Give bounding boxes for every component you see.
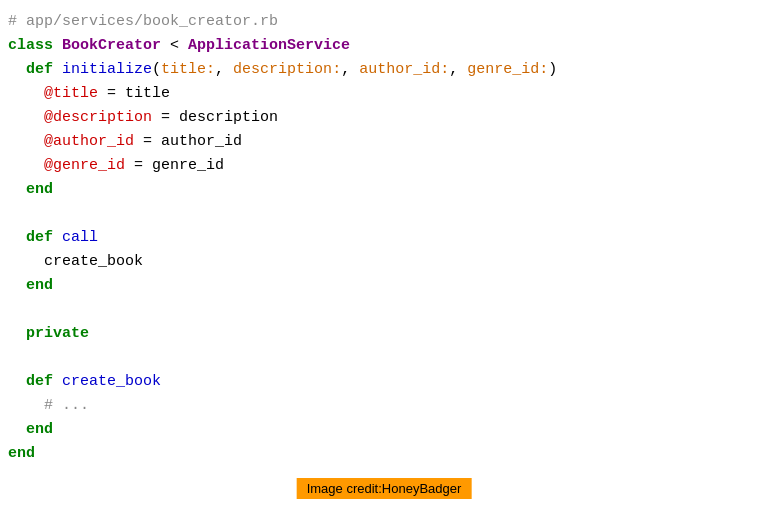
code-block: # app/services/book_creator.rb class Boo…	[0, 0, 768, 476]
line-end-initialize: end	[8, 178, 760, 202]
line-blank-2	[8, 298, 760, 322]
line-create-book-call: create_book	[8, 250, 760, 274]
line-end-class: end	[8, 442, 760, 466]
line-end-call: end	[8, 274, 760, 298]
line-class-declaration: class BookCreator < ApplicationService	[8, 34, 760, 58]
image-credit-badge: Image credit:HoneyBadger	[297, 478, 472, 499]
line-def-initialize: def initialize(title:, description:, aut…	[8, 58, 760, 82]
line-title-assign: @title = title	[8, 82, 760, 106]
line-private: private	[8, 322, 760, 346]
line-dots-comment: # ...	[8, 394, 760, 418]
line-comment: # app/services/book_creator.rb	[8, 10, 760, 34]
line-end-create-book: end	[8, 418, 760, 442]
line-desc-assign: @description = description	[8, 106, 760, 130]
line-blank-3	[8, 346, 760, 370]
line-blank-1	[8, 202, 760, 226]
credit-text: Image credit:HoneyBadger	[307, 481, 462, 496]
line-def-call: def call	[8, 226, 760, 250]
line-genre-assign: @genre_id = genre_id	[8, 154, 760, 178]
line-def-create-book: def create_book	[8, 370, 760, 394]
line-author-assign: @author_id = author_id	[8, 130, 760, 154]
